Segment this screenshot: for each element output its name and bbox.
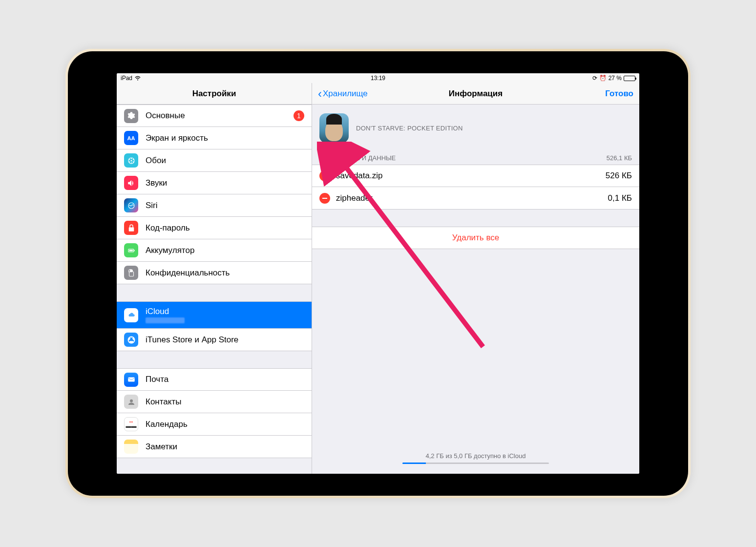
device-label: iPad: [121, 75, 132, 82]
delete-icon[interactable]: [319, 170, 330, 181]
passcode-icon: [124, 221, 138, 235]
ipad-frame: iPad 13:19 ⟳ ⏰ 27 % Настройки: [65, 49, 691, 498]
orientation-lock-icon: ⟳: [592, 75, 597, 82]
sidebar-item-notes[interactable]: Заметки: [117, 436, 312, 458]
svg-rect-13: [128, 378, 135, 382]
sounds-icon: [124, 176, 138, 190]
app-header: DON'T STARVE: POCKET EDITION: [312, 105, 639, 151]
sidebar-title: Настройки: [117, 83, 312, 105]
document-row[interactable]: zipheader0,1 КБ: [312, 187, 639, 210]
document-row[interactable]: savedata.zip526 КБ: [312, 165, 639, 187]
sidebar-item-wallpaper[interactable]: Обои: [117, 149, 312, 172]
sidebar-item-label: Обои: [146, 156, 304, 166]
svg-point-3: [132, 159, 133, 160]
contacts-icon: [124, 395, 138, 409]
document-name: zipheader: [336, 193, 602, 203]
status-time: 13:19: [371, 75, 385, 82]
svg-point-4: [132, 161, 133, 162]
sidebar-item-label: Аккумулятор: [146, 246, 304, 255]
sidebar-item-label: iCloud: [146, 307, 304, 316]
detail-header: ‹ Хранилище Информация Готово: [312, 83, 639, 105]
svg-point-14: [130, 399, 133, 402]
detail-pane: ‹ Хранилище Информация Готово: [312, 83, 639, 474]
sidebar-item-passcode[interactable]: Код-пароль: [117, 217, 312, 239]
icloud-account-blurred: [146, 317, 185, 323]
svg-point-2: [130, 158, 131, 159]
storage-text: 4,2 ГБ из 5,0 ГБ доступно в iCloud: [426, 452, 526, 460]
delete-icon[interactable]: [319, 193, 330, 204]
sidebar-item-label: Заметки: [146, 442, 304, 452]
battery-icon: [124, 243, 138, 257]
sidebar-item-label: Звуки: [146, 178, 304, 188]
sidebar-item-privacy[interactable]: Конфиденциальность: [117, 262, 312, 284]
sidebar-item-label: Код-пароль: [146, 223, 304, 233]
battery-percent: 27 %: [609, 75, 622, 82]
alarm-icon: ⏰: [599, 75, 607, 82]
sidebar-item-mail[interactable]: Почта: [117, 368, 312, 391]
sidebar-item-label: Основные: [146, 111, 294, 121]
app-name: DON'T STARVE: POCKET EDITION: [356, 125, 463, 132]
back-button[interactable]: ‹ Хранилище: [318, 88, 368, 100]
battery-icon: [624, 76, 635, 81]
sidebar-item-contacts[interactable]: Контакты: [117, 391, 312, 413]
sidebar-item-label: Почта: [146, 375, 304, 384]
sidebar-item-appstore[interactable]: iTunes Store и App Store: [117, 329, 312, 351]
appstore-icon: [124, 333, 138, 347]
svg-point-6: [129, 161, 130, 162]
sidebar-item-label: Siri: [146, 201, 304, 210]
delete-all-button[interactable]: Удалить все: [312, 227, 639, 249]
back-label: Хранилище: [323, 89, 368, 99]
wifi-icon: [134, 76, 141, 81]
sidebar-item-label: iTunes Store и App Store: [146, 335, 304, 345]
display-icon: AA: [124, 131, 138, 145]
notification-badge: 1: [294, 110, 304, 121]
sidebar-item-label: Конфиденциальность: [146, 268, 304, 278]
sidebar-item-label: Контакты: [146, 397, 304, 407]
sidebar-item-calendar[interactable]: •••▬▬Календарь: [117, 413, 312, 436]
document-size: 526 КБ: [606, 171, 632, 181]
svg-point-5: [130, 162, 131, 163]
general-icon: [124, 109, 138, 123]
documents-section-header: ДОКУМЕНТЫ И ДАННЫЕ 526,1 КБ: [312, 151, 639, 165]
svg-point-1: [130, 160, 132, 161]
storage-bar: [402, 463, 549, 464]
icloud-icon: [124, 308, 138, 322]
siri-icon: [124, 198, 138, 212]
svg-rect-11: [134, 250, 135, 251]
detail-title: Информация: [449, 89, 503, 99]
settings-sidebar: Настройки Основные1AAЭкран и яркостьОбои…: [117, 83, 312, 474]
sidebar-item-siri[interactable]: Siri: [117, 194, 312, 217]
wallpaper-icon: [124, 153, 138, 168]
sidebar-item-display[interactable]: AAЭкран и яркость: [117, 127, 312, 149]
mail-icon: [124, 373, 138, 387]
storage-footer: 4,2 ГБ из 5,0 ГБ доступно в iCloud: [312, 452, 639, 464]
section-header-size: 526,1 КБ: [607, 154, 632, 162]
sidebar-item-icloud[interactable]: iCloud: [117, 301, 312, 329]
sidebar-item-general[interactable]: Основные1: [117, 105, 312, 127]
sidebar-item-label: Экран и яркость: [146, 133, 304, 143]
document-name: savedata.zip: [336, 171, 600, 181]
app-icon: [319, 113, 349, 143]
privacy-icon: [124, 266, 138, 280]
notes-icon: [124, 440, 138, 454]
section-header-label: ДОКУМЕНТЫ И ДАННЫЕ: [319, 154, 396, 162]
svg-point-7: [129, 159, 130, 160]
document-size: 0,1 КБ: [608, 193, 632, 203]
calendar-icon: •••▬▬: [124, 417, 138, 431]
status-bar: iPad 13:19 ⟳ ⏰ 27 %: [117, 73, 639, 83]
done-button[interactable]: Готово: [605, 89, 633, 99]
sidebar-item-battery[interactable]: Аккумулятор: [117, 239, 312, 262]
chevron-left-icon: ‹: [318, 88, 322, 100]
svg-rect-10: [129, 250, 133, 251]
sidebar-item-label: Календарь: [146, 420, 304, 429]
sidebar-item-sounds[interactable]: Звуки: [117, 172, 312, 194]
